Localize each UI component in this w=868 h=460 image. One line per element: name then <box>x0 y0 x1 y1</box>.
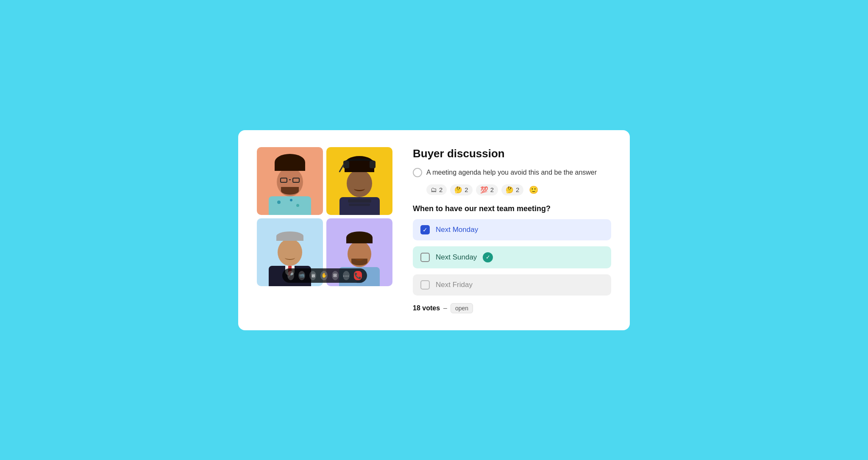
sunday-check-icon: ✓ <box>486 254 490 260</box>
checkbox-friday <box>420 280 430 290</box>
thinking-icon: 🤔 <box>454 186 462 194</box>
checkbox-sunday <box>420 253 430 262</box>
poll-option-friday[interactable]: Next Friday <box>413 274 611 296</box>
reaction-copy[interactable]: 🗂 2 <box>426 184 447 195</box>
option-sunday-label: Next Sunday <box>436 253 477 262</box>
votes-count: 18 votes <box>413 304 440 312</box>
right-panel: Buyer discussion A meeting agenda help y… <box>413 147 611 313</box>
votes-dash: – <box>443 304 447 312</box>
camera-btn[interactable]: 📹 <box>298 271 305 280</box>
idea-icon: 🤔 <box>506 186 514 194</box>
agenda-row: A meeting agenda help you avoid this and… <box>413 168 611 177</box>
votes-row: 18 votes – open <box>413 303 611 313</box>
copy-count: 2 <box>439 186 442 193</box>
inner-card: 🎤 📹 🖥 ✋ ⊞ ··· 📞 Buyer discussion A meeti… <box>238 130 630 330</box>
checkbox-monday: ✓ <box>420 225 430 234</box>
video-grid: 🎤 📹 🖥 ✋ ⊞ ··· 📞 <box>257 147 392 286</box>
poll-title: Buyer discussion <box>413 147 611 160</box>
poll-question: When to have our next team meeting? <box>413 204 611 213</box>
screen-btn[interactable]: 🖥 <box>309 271 316 280</box>
option-friday-label: Next Friday <box>436 281 473 289</box>
reactions-row: 🗂 2 🤔 2 💯 2 🤔 2 🙂 <box>426 183 611 197</box>
video-cell-1 <box>257 147 323 215</box>
hundred-count: 2 <box>490 186 494 193</box>
checkmark-monday-icon: ✓ <box>423 226 428 233</box>
sunday-badge: ✓ <box>483 252 493 262</box>
open-badge: open <box>451 303 473 313</box>
agenda-text: A meeting agenda help you avoid this and… <box>426 169 597 176</box>
idea-count: 2 <box>516 186 519 193</box>
video-toolbar: 🎤 📹 🖥 ✋ ⊞ ··· 📞 <box>282 268 367 283</box>
hundred-icon: 💯 <box>480 186 488 194</box>
agenda-radio[interactable] <box>413 168 422 177</box>
microphone-btn[interactable]: 🎤 <box>287 271 294 280</box>
option-monday-label: Next Monday <box>436 226 478 234</box>
thinking-count: 2 <box>465 186 468 193</box>
reaction-idea[interactable]: 🤔 2 <box>501 184 523 195</box>
outer-border: 🎤 📹 🖥 ✋ ⊞ ··· 📞 Buyer discussion A meeti… <box>231 123 637 338</box>
add-reaction-btn[interactable]: 🙂 <box>527 183 540 197</box>
poll-option-sunday[interactable]: Next Sunday ✓ <box>413 246 611 268</box>
poll-option-monday[interactable]: ✓ Next Monday <box>413 219 611 240</box>
video-cell-2 <box>326 147 392 215</box>
more-btn[interactable]: ··· <box>343 271 350 280</box>
grid-btn[interactable]: ⊞ <box>332 271 339 280</box>
add-reaction-icon: 🙂 <box>529 185 538 195</box>
reaction-100[interactable]: 💯 2 <box>476 184 498 195</box>
end-call-btn[interactable]: 📞 <box>354 271 362 280</box>
copy-icon: 🗂 <box>431 186 437 193</box>
reaction-thinking[interactable]: 🤔 2 <box>450 184 472 195</box>
raise-hand-btn[interactable]: ✋ <box>320 271 327 280</box>
